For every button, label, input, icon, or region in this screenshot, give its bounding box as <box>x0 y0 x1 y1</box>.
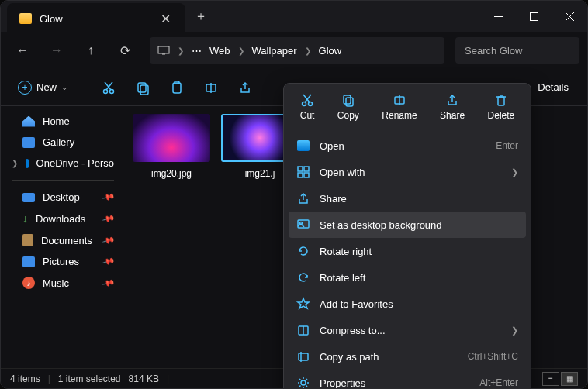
up-button[interactable]: ↑ <box>77 36 105 64</box>
chevron-down-icon: ⌄ <box>61 83 67 91</box>
new-button[interactable]: + New ⌄ <box>9 76 77 99</box>
refresh-button[interactable]: ⟳ <box>111 36 139 64</box>
plus-icon: + <box>18 81 32 95</box>
ctx-cut[interactable]: Cut <box>300 93 315 121</box>
svg-rect-4 <box>158 46 169 53</box>
svg-rect-21 <box>346 98 353 106</box>
breadcrumb[interactable]: ❯ ⋯ Web ❯ Wallpaper ❯ Glow <box>150 37 444 64</box>
forward-button[interactable]: → <box>43 36 71 64</box>
svg-rect-35 <box>299 353 308 360</box>
sidebar-item-music[interactable]: ♪Music📌 <box>4 272 122 294</box>
svg-rect-12 <box>173 83 181 93</box>
minimize-button[interactable] <box>480 1 516 32</box>
sidebar-item-documents[interactable]: Documents📌 <box>4 229 122 251</box>
breadcrumb-item[interactable]: Wallpaper <box>252 45 297 57</box>
document-icon <box>22 234 33 246</box>
chevron-right-icon: ❯ <box>511 325 518 336</box>
chevron-right-icon: ❯ <box>511 167 518 177</box>
svg-point-37 <box>301 380 306 385</box>
paste-button[interactable] <box>161 74 192 102</box>
svg-rect-27 <box>298 167 303 171</box>
svg-rect-30 <box>304 173 309 177</box>
sidebar-item-home[interactable]: Home <box>4 111 122 132</box>
cloud-icon <box>26 159 29 168</box>
folder-icon <box>19 13 32 24</box>
selected-count: 1 item selected <box>58 374 121 384</box>
desktop-icon <box>22 193 35 202</box>
sidebar-item-desktop[interactable]: Desktop📌 <box>4 187 122 208</box>
sidebar: Home Gallery ❯OneDrive - Perso Desktop📌 … <box>1 106 125 360</box>
details-view-button[interactable]: ≡ <box>542 372 559 386</box>
tab[interactable]: Glow ✕ <box>7 3 185 34</box>
copy-button[interactable] <box>127 74 158 102</box>
svg-rect-10 <box>138 83 146 92</box>
svg-rect-28 <box>304 167 309 171</box>
ctx-compress[interactable]: Compress to...❯ <box>289 317 526 343</box>
pictures-icon <box>22 256 35 267</box>
pin-icon: 📌 <box>102 190 116 204</box>
chevron-right-icon: ❯ <box>305 46 311 55</box>
svg-rect-20 <box>344 95 351 104</box>
back-button[interactable]: ← <box>9 36 36 64</box>
ctx-share[interactable]: Share <box>440 93 465 121</box>
new-tab-button[interactable]: ＋ <box>185 9 216 25</box>
ctx-rotate-left[interactable]: Rotate left <box>289 264 526 291</box>
ctx-copy-path[interactable]: Copy as pathCtrl+Shift+C <box>289 343 526 370</box>
breadcrumb-item[interactable]: Glow <box>319 45 342 57</box>
sidebar-item-downloads[interactable]: ↓Downloads📌 <box>4 208 122 229</box>
svg-rect-24 <box>498 97 504 105</box>
chevron-right-icon: ❯ <box>238 46 244 55</box>
pin-icon: 📌 <box>102 212 116 225</box>
selection-size: 814 KB <box>129 374 159 384</box>
ctx-delete[interactable]: Delete <box>488 93 515 121</box>
sidebar-item-gallery[interactable]: Gallery <box>4 132 122 153</box>
file-item[interactable]: img20.jpg <box>133 114 210 179</box>
file-name: img20.jpg <box>133 168 210 179</box>
ctx-open[interactable]: OpenEnter <box>289 133 526 159</box>
sidebar-item-onedrive[interactable]: ❯OneDrive - Perso <box>4 153 122 174</box>
close-icon[interactable]: ✕ <box>157 12 173 26</box>
ctx-favorites[interactable]: Add to Favorites <box>289 291 526 317</box>
pin-icon: 📌 <box>102 233 116 247</box>
tab-title: Glow <box>40 13 150 25</box>
item-count: 4 items <box>10 374 40 384</box>
share-button[interactable] <box>230 74 261 102</box>
chevron-right-icon: ❯ <box>12 159 18 167</box>
navbar: ← → ↑ ⟳ ❯ ⋯ Web ❯ Wallpaper ❯ Glow Searc… <box>1 32 587 69</box>
svg-rect-1 <box>530 12 538 20</box>
icons-view-button[interactable]: ▦ <box>561 372 578 386</box>
ctx-rename[interactable]: Rename <box>382 93 417 121</box>
new-label: New <box>36 81 57 93</box>
monitor-icon <box>157 46 170 55</box>
gallery-icon <box>22 137 35 148</box>
rename-button[interactable] <box>195 74 227 102</box>
chevron-right-icon: ❯ <box>178 46 184 55</box>
svg-rect-29 <box>298 173 303 177</box>
pin-icon: 📌 <box>102 276 116 290</box>
sidebar-item-pictures[interactable]: Pictures📌 <box>4 251 122 272</box>
ctx-open-with[interactable]: Open with❯ <box>289 159 526 185</box>
thumbnail <box>133 114 210 162</box>
breadcrumb-item[interactable]: Web <box>209 45 230 57</box>
svg-rect-11 <box>140 85 148 95</box>
ctx-set-background[interactable]: Set as desktop background <box>289 212 526 238</box>
context-menu: Cut Copy Rename Share Delete OpenEnter O… <box>283 83 531 389</box>
window-close-button[interactable] <box>552 1 587 32</box>
titlebar: Glow ✕ ＋ <box>1 1 587 32</box>
music-icon: ♪ <box>22 277 35 289</box>
pin-icon: 📌 <box>102 254 116 268</box>
maximize-button[interactable] <box>516 1 552 32</box>
overflow-icon[interactable]: ⋯ <box>192 45 202 57</box>
ctx-share2[interactable]: Share <box>289 185 526 212</box>
cut-button[interactable] <box>93 74 124 102</box>
ctx-copy[interactable]: Copy <box>337 93 359 121</box>
search-input[interactable]: Search Glow <box>455 37 579 64</box>
details-button[interactable]: Details <box>527 81 579 93</box>
download-icon: ↓ <box>22 212 28 225</box>
ctx-rotate-right[interactable]: Rotate right <box>289 238 526 264</box>
ctx-properties[interactable]: PropertiesAlt+Enter <box>289 370 526 389</box>
home-icon <box>22 116 35 127</box>
open-icon <box>297 140 310 151</box>
